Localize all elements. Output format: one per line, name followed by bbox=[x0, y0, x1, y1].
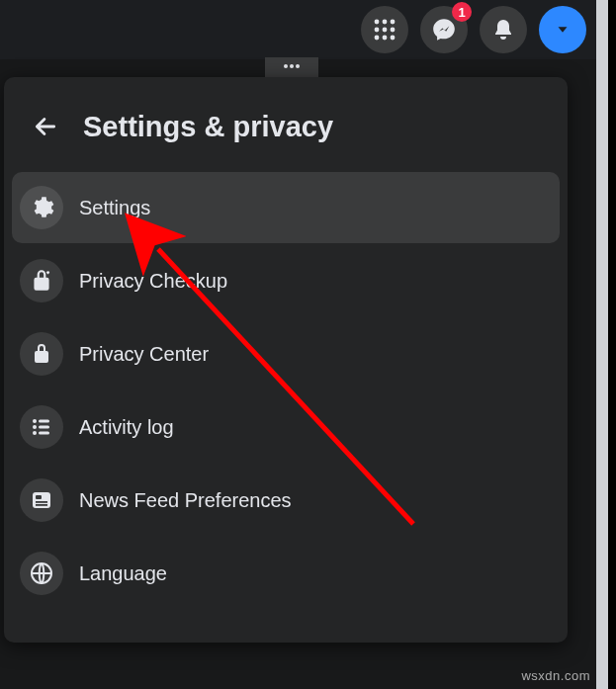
svg-rect-21 bbox=[36, 504, 47, 506]
lock-icon bbox=[20, 332, 63, 376]
svg-point-10 bbox=[290, 64, 294, 68]
svg-point-1 bbox=[383, 20, 388, 25]
top-nav: 1 bbox=[0, 0, 616, 59]
caret-down-icon bbox=[554, 21, 572, 39]
svg-rect-13 bbox=[39, 420, 49, 423]
menu-item-activity-log[interactable]: Activity log bbox=[12, 391, 560, 463]
svg-point-3 bbox=[375, 28, 380, 33]
svg-point-11 bbox=[296, 64, 300, 68]
menu-item-language[interactable]: Language bbox=[12, 538, 560, 609]
menu-label: Privacy Checkup bbox=[79, 270, 227, 293]
svg-point-0 bbox=[375, 20, 380, 25]
svg-rect-19 bbox=[36, 495, 42, 499]
panel-title: Settings & privacy bbox=[83, 111, 333, 143]
panel-header: Settings & privacy bbox=[12, 93, 560, 170]
svg-rect-15 bbox=[39, 426, 49, 429]
lock-heart-icon bbox=[20, 259, 63, 302]
menu-item-news-feed-preferences[interactable]: News Feed Preferences bbox=[12, 465, 560, 536]
feed-icon bbox=[20, 478, 63, 522]
bell-icon bbox=[491, 18, 515, 42]
menu-item-settings[interactable]: Settings bbox=[12, 172, 560, 243]
menu-label: News Feed Preferences bbox=[79, 489, 292, 512]
svg-point-8 bbox=[391, 36, 396, 41]
svg-point-12 bbox=[33, 419, 37, 423]
settings-privacy-panel: Settings & privacy Settings Privacy Chec… bbox=[4, 77, 568, 643]
svg-point-5 bbox=[391, 28, 396, 33]
menu-label: Privacy Center bbox=[79, 343, 209, 366]
menu-label: Settings bbox=[79, 197, 150, 219]
svg-point-6 bbox=[375, 36, 380, 41]
menu-item-privacy-checkup[interactable]: Privacy Checkup bbox=[12, 245, 560, 316]
svg-rect-20 bbox=[36, 501, 47, 503]
menu-apps-button[interactable] bbox=[361, 6, 408, 53]
messenger-badge: 1 bbox=[452, 2, 472, 22]
globe-icon bbox=[20, 552, 63, 595]
grid-icon bbox=[374, 19, 396, 41]
svg-point-4 bbox=[383, 28, 388, 33]
svg-point-7 bbox=[383, 36, 388, 41]
arrow-left-icon bbox=[33, 114, 58, 139]
watermark: wsxdn.com bbox=[521, 668, 590, 683]
window-edge bbox=[608, 0, 616, 689]
svg-point-16 bbox=[33, 431, 37, 435]
svg-point-2 bbox=[391, 20, 396, 25]
svg-point-14 bbox=[33, 425, 37, 429]
list-icon bbox=[20, 405, 63, 449]
gear-icon bbox=[20, 186, 63, 229]
notifications-button[interactable] bbox=[480, 6, 527, 53]
svg-point-9 bbox=[284, 64, 288, 68]
menu-label: Activity log bbox=[79, 416, 174, 439]
svg-rect-17 bbox=[39, 432, 49, 435]
messenger-button[interactable]: 1 bbox=[420, 6, 468, 53]
menu-label: Language bbox=[79, 562, 167, 585]
account-menu-button[interactable] bbox=[539, 6, 586, 53]
messenger-icon bbox=[431, 17, 457, 43]
menu-item-privacy-center[interactable]: Privacy Center bbox=[12, 318, 560, 389]
back-button[interactable] bbox=[26, 107, 65, 146]
more-dots-icon bbox=[283, 61, 301, 71]
scrollbar-track[interactable] bbox=[596, 0, 608, 689]
